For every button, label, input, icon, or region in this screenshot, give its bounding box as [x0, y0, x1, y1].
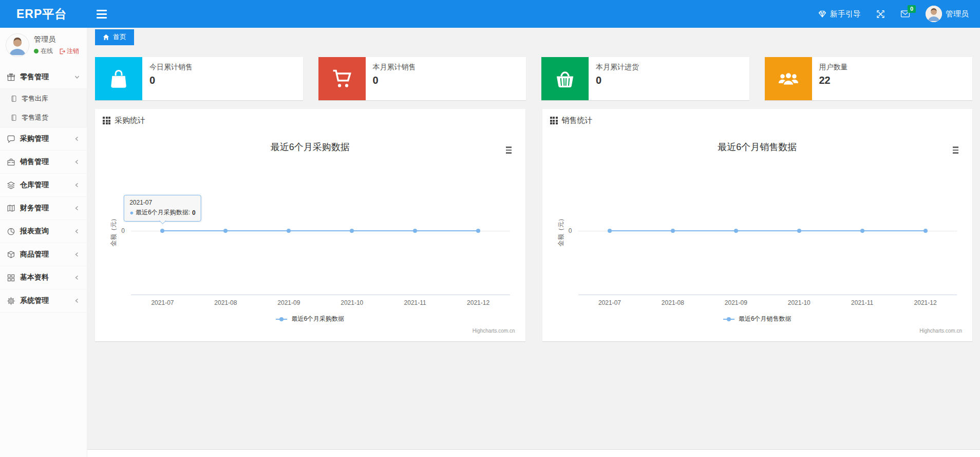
sidebar-item-label: 商品管理 [20, 250, 49, 259]
sidebar-item-label: 基本资料 [20, 273, 49, 282]
card-value: 0 [149, 75, 193, 86]
sidebar-item-goods[interactable]: 商品管理 [0, 243, 87, 266]
main-content: 首页 今日累计销售 0 [87, 0, 980, 341]
card-user-count: 用户数量 22 [765, 57, 973, 100]
x-tick-label: 2021-11 [831, 299, 894, 306]
mail-count-badge: 0 [908, 5, 916, 13]
x-axis-line [578, 295, 957, 295]
sidebar-menu: 零售管理 零售出库 零售退货 [0, 66, 87, 313]
legend-line-marker-icon [276, 317, 287, 322]
sidebar-user-name: 管理员 [34, 35, 79, 44]
plot-area [578, 173, 957, 295]
chevron-left-icon [74, 205, 80, 211]
data-point[interactable] [734, 229, 738, 233]
sidebar-item-system[interactable]: 系统管理 [0, 289, 87, 313]
sidebar-item-label: 采购管理 [20, 134, 49, 143]
sidebar-item-warehouse[interactable]: 仓库管理 [0, 174, 87, 197]
x-tick-label: 2021-10 [767, 299, 831, 306]
data-point[interactable] [413, 229, 417, 233]
gear-icon [7, 297, 15, 305]
sidebar-item-label: 报表查询 [20, 227, 49, 236]
comment-icon [7, 135, 15, 143]
legend-label: 最近6个月采购数据 [291, 315, 344, 323]
chart-title: 最近6个月销售数据 [548, 141, 968, 153]
pie-chart-icon [7, 227, 15, 236]
data-point[interactable] [160, 229, 164, 233]
sidebar-item-sales[interactable]: 销售管理 [0, 151, 87, 174]
data-point[interactable] [671, 229, 675, 233]
y-tick-label: 0 [116, 227, 125, 234]
x-tick-label: 2021-09 [704, 299, 767, 306]
sidebar-item-retail[interactable]: 零售管理 [0, 66, 87, 89]
shopping-cart-icon [318, 57, 366, 100]
x-tick-label: 2021-09 [257, 299, 321, 306]
purchase-chart: 最近6个月采购数据 金额（元） 0 2021-07 ● 最近6个月采购数据: 0 [100, 132, 520, 337]
x-tick-label: 2021-12 [894, 299, 957, 306]
x-axis-line [131, 295, 510, 295]
th-grid-icon [103, 117, 110, 124]
data-point[interactable] [797, 229, 801, 233]
data-point[interactable] [350, 229, 354, 233]
tooltip-series-label: 最近6个月采购数据: [136, 208, 190, 217]
series-dot-icon: ● [129, 209, 134, 216]
footer-strip [87, 449, 980, 457]
card-label: 本月累计销售 [373, 63, 416, 72]
card-value: 22 [819, 75, 848, 86]
chart-context-menu-button[interactable] [504, 145, 513, 155]
x-axis-labels: 2021-072021-082021-092021-102021-112021-… [578, 299, 957, 306]
guide-button[interactable]: 新手引导 [818, 9, 861, 19]
chevron-left-icon [74, 159, 80, 165]
legend-item[interactable]: 最近6个月采购数据 [100, 315, 520, 323]
tab-home[interactable]: 首页 [95, 29, 134, 45]
avatar [6, 34, 29, 57]
sidebar-item-purchase[interactable]: 采购管理 [0, 127, 87, 151]
guide-label: 新手引导 [830, 9, 861, 19]
sidebar-toggle-icon[interactable] [97, 10, 107, 19]
legend-item[interactable]: 最近6个月销售数据 [548, 315, 968, 323]
sidebar-item-basic-data[interactable]: 基本资料 [0, 266, 87, 289]
card-month-sales: 本月累计销售 0 [318, 57, 526, 100]
chevron-left-icon [74, 251, 80, 258]
sidebar-item-retail-return[interactable]: 零售退货 [0, 108, 87, 127]
chart-panels-row: 采购统计 最近6个月采购数据 金额（元） 0 2021-07 ● 最近6 [95, 109, 972, 341]
chevron-left-icon [74, 182, 80, 188]
sidebar-item-label: 销售管理 [20, 157, 49, 167]
sidebar-item-reports[interactable]: 报表查询 [0, 220, 87, 243]
highcharts-credits-link[interactable]: Highcharts.com.cn [473, 328, 515, 334]
chart-tooltip: 2021-07 ● 最近6个月采购数据: 0 [124, 195, 201, 222]
series-markers [131, 173, 510, 295]
data-point[interactable] [860, 229, 864, 233]
sidebar-item-label: 系统管理 [20, 296, 49, 305]
th-grid-icon [550, 117, 558, 124]
messages-button[interactable]: 0 [900, 10, 910, 18]
data-point[interactable] [608, 229, 612, 233]
x-tick-label: 2021-12 [447, 299, 510, 306]
legend-label: 最近6个月销售数据 [739, 315, 791, 323]
sidebar-item-label: 零售退货 [22, 113, 48, 122]
x-axis-labels: 2021-072021-082021-092021-102021-112021-… [131, 299, 510, 306]
card-month-purchase: 本月累计进货 0 [541, 57, 749, 100]
sidebar-item-retail-out[interactable]: 零售出库 [0, 89, 87, 108]
plot-area: 2021-07 ● 最近6个月采购数据: 0 [131, 173, 510, 295]
sidebar-item-finance[interactable]: 财务管理 [0, 197, 87, 220]
data-point[interactable] [476, 229, 480, 233]
fullscreen-button[interactable] [876, 10, 885, 19]
sidebar: 管理员 在线 注销 零售管理 [0, 28, 87, 457]
online-status-label: 在线 [41, 47, 53, 56]
y-tick-label: 0 [563, 227, 572, 234]
data-point[interactable] [924, 229, 928, 233]
highcharts-credits-link[interactable]: Highcharts.com.cn [919, 328, 962, 334]
stat-cards-row: 今日累计销售 0 本月累计销售 0 [95, 57, 972, 100]
data-point[interactable] [223, 229, 228, 233]
shopping-bag-icon [95, 57, 142, 100]
chevron-left-icon [74, 136, 80, 142]
grid-icon [7, 273, 15, 282]
user-menu[interactable]: 管理员 [926, 6, 969, 22]
x-tick-label: 2021-08 [641, 299, 704, 306]
purchase-stats-panel: 采购统计 最近6个月采购数据 金额（元） 0 2021-07 ● 最近6 [95, 109, 525, 341]
data-point[interactable] [287, 229, 291, 233]
user-name: 管理员 [946, 9, 969, 19]
chart-context-menu-button[interactable] [951, 145, 960, 155]
card-label: 本月累计进货 [596, 63, 639, 72]
logout-link[interactable]: 注销 [59, 47, 79, 56]
